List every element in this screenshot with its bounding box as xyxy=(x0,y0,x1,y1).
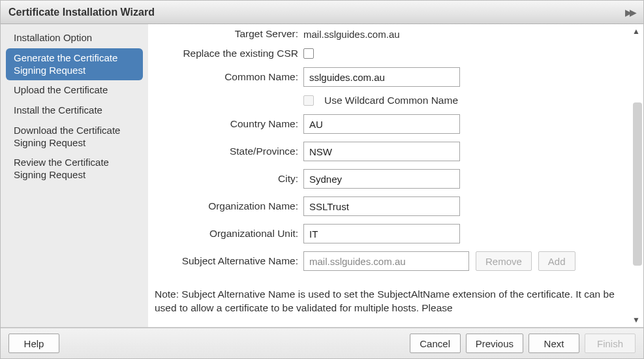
main-panel: ▲ ▼ Target Server: mail.sslguides.com.au… xyxy=(148,24,643,327)
step-install-certificate[interactable]: Install the Certificate xyxy=(1,101,143,121)
label-common-name: Common Name: xyxy=(155,71,303,83)
step-label: Upload the Certificate xyxy=(14,84,108,95)
step-label: Download the Certificate Signing Request xyxy=(14,125,120,148)
input-ou[interactable] xyxy=(303,224,460,243)
input-state[interactable] xyxy=(303,142,460,161)
finish-button[interactable]: Finish xyxy=(585,334,636,353)
label-target-server: Target Server: xyxy=(155,28,303,40)
label-country: Country Name: xyxy=(155,118,303,130)
row-san: Subject Alternative Name: Remove Add xyxy=(155,251,628,271)
previous-button[interactable]: Previous xyxy=(466,334,523,353)
add-san-button[interactable]: Add xyxy=(538,251,575,271)
input-common-name[interactable] xyxy=(303,67,460,87)
row-country: Country Name: xyxy=(155,114,628,134)
step-label: Review the Certificate Signing Request xyxy=(14,157,109,180)
label-org: Organization Name: xyxy=(155,200,303,212)
label-replace-csr: Replace the existing CSR xyxy=(155,48,303,59)
input-country[interactable] xyxy=(303,114,460,134)
san-note: Note: Subject Alternative Name is used t… xyxy=(155,288,618,315)
row-common-name: Common Name: xyxy=(155,67,628,87)
next-button[interactable]: Next xyxy=(529,334,579,353)
checkbox-wildcard[interactable] xyxy=(303,95,314,106)
label-ou: Organizational Unit: xyxy=(155,228,303,240)
label-city: City: xyxy=(155,173,303,185)
step-upload-certificate[interactable]: Upload the Certificate xyxy=(1,80,143,101)
help-button[interactable]: Help xyxy=(8,334,59,353)
label-san: Subject Alternative Name: xyxy=(155,255,303,267)
value-target-server: mail.sslguides.com.au xyxy=(303,29,400,40)
row-replace-csr: Replace the existing CSR xyxy=(155,48,628,59)
remove-san-button[interactable]: Remove xyxy=(476,251,532,271)
titlebar: Certificate Installation Wizard ▶▶ xyxy=(1,1,643,24)
form-area: Target Server: mail.sslguides.com.au Rep… xyxy=(148,24,643,327)
row-ou: Organizational Unit: xyxy=(155,224,628,243)
row-target-server: Target Server: mail.sslguides.com.au xyxy=(155,28,628,40)
step-label: Install the Certificate xyxy=(14,104,102,116)
row-city: City: xyxy=(155,169,628,189)
label-wildcard: Use Wildcard Common Name xyxy=(324,95,458,106)
step-generate-csr[interactable]: Generate the Certificate Signing Request xyxy=(6,48,143,81)
sidebar: Installation Option Generate the Certifi… xyxy=(1,24,148,327)
checkbox-replace-csr[interactable] xyxy=(303,48,314,59)
label-state: State/Province: xyxy=(155,146,303,157)
input-san[interactable] xyxy=(303,251,469,271)
row-org: Organization Name: xyxy=(155,196,628,216)
step-installation-option[interactable]: Installation Option xyxy=(1,28,143,48)
wizard-body: Installation Option Generate the Certifi… xyxy=(1,24,643,327)
row-wildcard: Use Wildcard Common Name xyxy=(155,95,628,106)
step-label: Generate the Certificate Signing Request xyxy=(14,52,117,76)
step-label: Installation Option xyxy=(14,32,92,43)
footer: Help Cancel Previous Next Finish xyxy=(1,327,643,358)
step-review-csr[interactable]: Review the Certificate Signing Request xyxy=(1,153,143,185)
step-download-csr[interactable]: Download the Certificate Signing Request xyxy=(1,121,143,153)
dock-right-icon[interactable]: ▶▶ xyxy=(625,7,634,18)
row-state: State/Province: xyxy=(155,142,628,161)
wizard-window: Certificate Installation Wizard ▶▶ Insta… xyxy=(0,0,644,359)
input-city[interactable] xyxy=(303,169,460,189)
window-title: Certificate Installation Wizard xyxy=(8,7,155,18)
input-org[interactable] xyxy=(303,196,460,216)
cancel-button[interactable]: Cancel xyxy=(410,334,461,353)
